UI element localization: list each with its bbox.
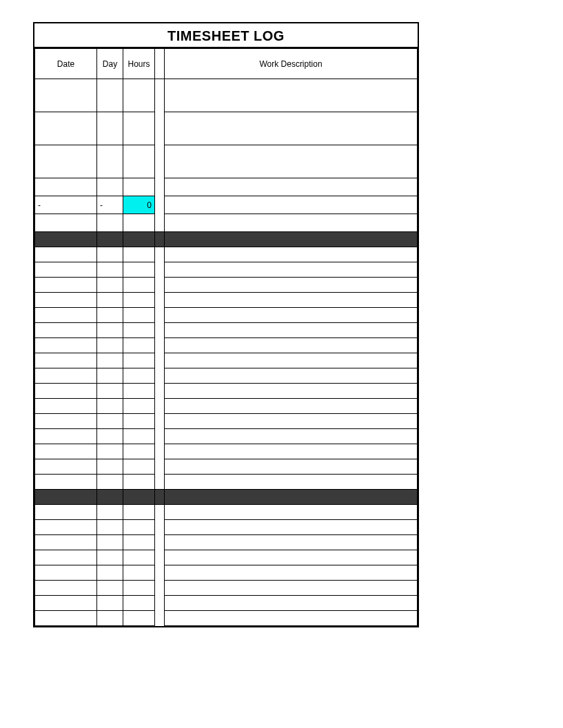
day-cell[interactable] <box>97 247 123 262</box>
day-cell[interactable] <box>97 214 123 232</box>
date-cell[interactable] <box>35 429 97 444</box>
hours-cell[interactable] <box>123 178 155 196</box>
description-cell[interactable] <box>165 520 418 535</box>
description-cell[interactable] <box>165 581 418 596</box>
hours-cell[interactable] <box>123 581 155 596</box>
date-cell[interactable] <box>35 178 97 196</box>
description-cell[interactable] <box>165 79 418 112</box>
day-cell[interactable] <box>97 505 123 520</box>
hours-cell[interactable] <box>123 459 155 475</box>
description-cell[interactable] <box>165 611 418 626</box>
day-cell[interactable] <box>97 278 123 293</box>
day-cell[interactable] <box>97 550 123 565</box>
day-cell[interactable] <box>97 429 123 444</box>
day-cell[interactable] <box>97 178 123 196</box>
date-cell[interactable] <box>35 145 97 178</box>
description-cell[interactable] <box>165 353 418 368</box>
day-cell[interactable] <box>97 384 123 399</box>
date-cell[interactable] <box>35 384 97 399</box>
date-cell[interactable] <box>35 475 97 490</box>
hours-cell[interactable] <box>123 399 155 414</box>
day-cell[interactable] <box>97 565 123 581</box>
date-cell[interactable] <box>35 308 97 323</box>
date-cell[interactable] <box>35 611 97 626</box>
hours-cell[interactable] <box>123 112 155 145</box>
date-cell[interactable] <box>35 353 97 368</box>
description-cell[interactable] <box>165 459 418 475</box>
description-cell[interactable] <box>165 429 418 444</box>
day-cell[interactable] <box>97 338 123 353</box>
hours-cell[interactable] <box>123 368 155 384</box>
description-cell[interactable] <box>165 505 418 520</box>
description-cell[interactable] <box>165 308 418 323</box>
hours-cell[interactable] <box>123 535 155 550</box>
hours-cell[interactable] <box>123 214 155 232</box>
day-cell[interactable] <box>97 581 123 596</box>
day-cell[interactable] <box>97 535 123 550</box>
date-cell[interactable] <box>35 293 97 308</box>
date-cell[interactable] <box>35 214 97 232</box>
day-cell[interactable] <box>97 79 123 112</box>
hours-cell[interactable] <box>123 79 155 112</box>
description-cell[interactable] <box>165 323 418 338</box>
date-cell[interactable] <box>35 520 97 535</box>
date-cell[interactable] <box>35 581 97 596</box>
hours-cell[interactable] <box>123 520 155 535</box>
description-cell[interactable] <box>165 293 418 308</box>
hours-cell[interactable] <box>123 278 155 293</box>
hours-cell[interactable] <box>123 414 155 429</box>
description-cell[interactable] <box>165 384 418 399</box>
date-cell[interactable] <box>35 278 97 293</box>
day-cell[interactable] <box>97 293 123 308</box>
date-cell[interactable] <box>35 368 97 384</box>
date-cell[interactable] <box>35 79 97 112</box>
day-cell[interactable] <box>97 353 123 368</box>
hours-cell[interactable] <box>123 384 155 399</box>
hours-cell[interactable]: 0 <box>123 196 155 214</box>
hours-cell[interactable] <box>123 338 155 353</box>
hours-cell[interactable] <box>123 429 155 444</box>
day-cell[interactable] <box>97 596 123 611</box>
day-cell[interactable] <box>97 414 123 429</box>
day-cell[interactable] <box>97 475 123 490</box>
hours-cell[interactable] <box>123 323 155 338</box>
hours-cell[interactable] <box>123 565 155 581</box>
day-cell[interactable] <box>97 262 123 278</box>
description-cell[interactable] <box>165 475 418 490</box>
description-cell[interactable] <box>165 550 418 565</box>
date-cell[interactable] <box>35 535 97 550</box>
description-cell[interactable] <box>165 399 418 414</box>
date-cell[interactable] <box>35 550 97 565</box>
hours-cell[interactable] <box>123 550 155 565</box>
hours-cell[interactable] <box>123 145 155 178</box>
description-cell[interactable] <box>165 178 418 196</box>
hours-cell[interactable] <box>123 475 155 490</box>
hours-cell[interactable] <box>123 596 155 611</box>
hours-cell[interactable] <box>123 353 155 368</box>
description-cell[interactable] <box>165 338 418 353</box>
description-cell[interactable] <box>165 247 418 262</box>
description-cell[interactable] <box>165 112 418 145</box>
date-cell[interactable] <box>35 565 97 581</box>
day-cell[interactable] <box>97 145 123 178</box>
date-cell[interactable] <box>35 247 97 262</box>
description-cell[interactable] <box>165 262 418 278</box>
day-cell[interactable]: - <box>97 196 123 214</box>
hours-cell[interactable] <box>123 262 155 278</box>
hours-cell[interactable] <box>123 308 155 323</box>
day-cell[interactable] <box>97 399 123 414</box>
description-cell[interactable] <box>165 214 418 232</box>
day-cell[interactable] <box>97 444 123 459</box>
day-cell[interactable] <box>97 611 123 626</box>
description-cell[interactable] <box>165 535 418 550</box>
day-cell[interactable] <box>97 323 123 338</box>
description-cell[interactable] <box>165 278 418 293</box>
hours-cell[interactable] <box>123 293 155 308</box>
date-cell[interactable] <box>35 459 97 475</box>
hours-cell[interactable] <box>123 247 155 262</box>
description-cell[interactable] <box>165 444 418 459</box>
description-cell[interactable] <box>165 414 418 429</box>
description-cell[interactable] <box>165 565 418 581</box>
hours-cell[interactable] <box>123 505 155 520</box>
description-cell[interactable] <box>165 196 418 214</box>
